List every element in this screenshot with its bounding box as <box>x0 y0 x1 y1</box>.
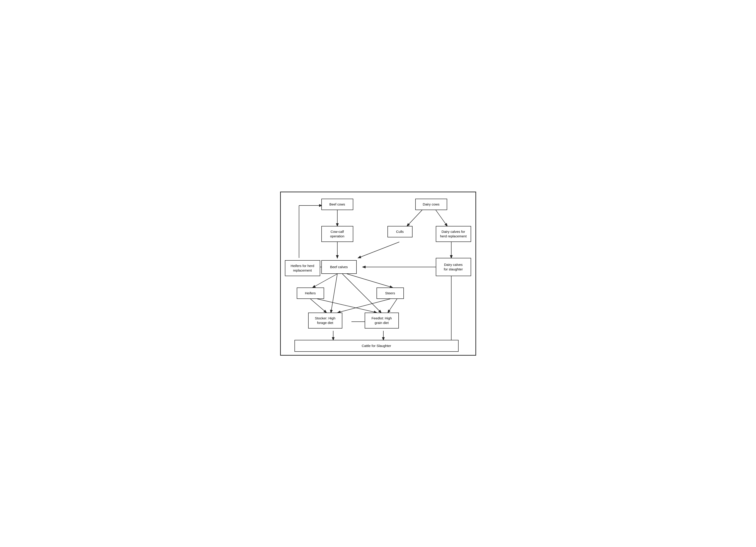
cattle-slaughter-label: Cattle for Slaughter <box>362 343 391 348</box>
steers-box: Steers <box>377 287 404 299</box>
svg-line-1 <box>407 210 422 226</box>
svg-line-14 <box>317 299 377 312</box>
dairy-calves-herd-box: Dairy calves forherd replacement <box>436 226 471 242</box>
beef-calves-label: Beef calves <box>330 265 348 269</box>
svg-line-15 <box>338 299 390 312</box>
svg-line-18 <box>342 274 381 312</box>
diagram-container: Beef cows Dairy cows Cow-calfoperation C… <box>280 192 476 356</box>
steers-label: Steers <box>385 291 395 295</box>
stocker-box: Stocker: Highforage diet <box>308 312 342 328</box>
cattle-slaughter-box: Cattle for Slaughter <box>294 340 459 352</box>
beef-cows-label: Beef cows <box>329 202 345 207</box>
stocker-label: Stocker: Highforage diet <box>315 316 335 325</box>
heifers-herd-box: Heifers for herdreplacement <box>285 260 320 276</box>
beef-calves-box: Beef calves <box>321 260 357 274</box>
svg-line-17 <box>331 274 337 312</box>
svg-line-2 <box>436 210 447 226</box>
svg-line-4 <box>358 242 399 258</box>
cow-calf-label: Cow-calfoperation <box>330 230 344 238</box>
heifers-box: Heifers <box>297 287 324 299</box>
heifers-herd-label: Heifers for herdreplacement <box>291 264 314 273</box>
svg-line-16 <box>388 299 397 312</box>
svg-line-13 <box>310 299 326 312</box>
dairy-cows-label: Dairy cows <box>423 202 439 207</box>
dairy-calves-herd-label: Dairy calves forherd replacement <box>440 230 467 238</box>
beef-cows-box: Beef cows <box>321 199 353 210</box>
culls-label: Culls <box>396 230 404 234</box>
heifers-label: Heifers <box>305 291 316 295</box>
feedlot-label: Feedlot: Highgrain diet <box>372 316 392 325</box>
dairy-calves-slaughter-box: Dairy calvesfor slaughter <box>436 258 471 276</box>
cow-calf-box: Cow-calfoperation <box>321 226 353 242</box>
svg-line-12 <box>347 274 392 287</box>
dairy-calves-slaughter-label: Dairy calvesfor slaughter <box>444 263 463 272</box>
feedlot-box: Feedlot: Highgrain diet <box>365 312 399 328</box>
dairy-cows-box: Dairy cows <box>415 199 447 210</box>
culls-box: Culls <box>387 226 413 238</box>
